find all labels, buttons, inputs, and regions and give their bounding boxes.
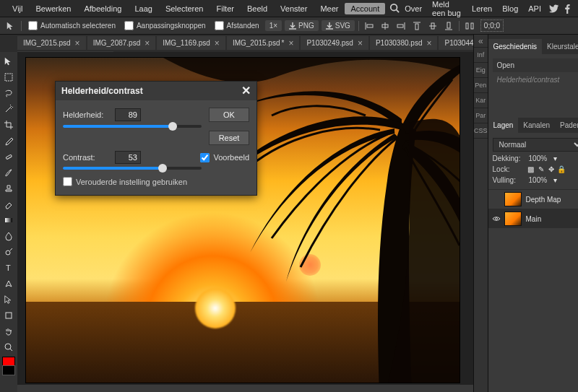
lock-pixels-icon[interactable]: ✎ bbox=[537, 165, 545, 173]
reset-button[interactable]: Reset bbox=[209, 131, 249, 145]
menu-view[interactable]: Beeld bbox=[241, 3, 274, 14]
path-select-tool[interactable] bbox=[1, 292, 17, 308]
close-icon[interactable]: × bbox=[75, 40, 80, 47]
link-bug[interactable]: Meld een bug bbox=[427, 0, 467, 19]
align-hcenter-icon[interactable] bbox=[379, 19, 392, 32]
contrast-slider[interactable] bbox=[63, 167, 202, 170]
close-icon[interactable]: × bbox=[288, 40, 293, 47]
collapse-toggle-icon[interactable]: « bbox=[474, 35, 488, 48]
legacy-checkbox[interactable]: Verouderde instelling gebruiken bbox=[63, 177, 249, 186]
gradient-tool[interactable] bbox=[1, 212, 17, 228]
spacing-field[interactable]: 0;0;0 bbox=[480, 19, 504, 32]
tab-2[interactable]: IMG_1169.psd× bbox=[157, 36, 225, 50]
tab-paths[interactable]: Paden bbox=[555, 118, 578, 133]
stamp-tool[interactable] bbox=[1, 180, 17, 196]
layer-thumbnail[interactable] bbox=[504, 192, 522, 206]
tab-layers[interactable]: Lagen bbox=[488, 118, 519, 133]
pixel-ratio-chip[interactable]: 1× bbox=[265, 20, 282, 31]
close-icon[interactable]: × bbox=[144, 40, 150, 47]
chevron-down-icon[interactable]: ▾ bbox=[551, 175, 559, 184]
layer-thumbnail[interactable] bbox=[504, 212, 522, 226]
visibility-toggle-icon[interactable] bbox=[491, 194, 501, 204]
tab-3[interactable]: IMG_2015.psd*× bbox=[227, 36, 300, 50]
align-vcenter-icon[interactable] bbox=[426, 19, 439, 32]
menu-more[interactable]: Meer bbox=[314, 3, 345, 14]
tab-history[interactable]: Geschiedenis bbox=[488, 39, 543, 54]
link-api[interactable]: API bbox=[523, 3, 546, 14]
brightness-slider[interactable] bbox=[63, 125, 202, 128]
tab-0[interactable]: IMG_2015.psd× bbox=[17, 36, 86, 50]
auto-select-checkbox[interactable]: Automatisch selecteren bbox=[28, 21, 116, 30]
lock-position-icon[interactable]: ✥ bbox=[547, 165, 556, 173]
eyedropper-tool[interactable] bbox=[1, 133, 17, 149]
lasso-tool[interactable] bbox=[1, 85, 17, 101]
blur-tool[interactable] bbox=[1, 228, 17, 244]
fill-value[interactable]: 100% bbox=[529, 176, 548, 184]
tab-1[interactable]: IMG_2087.psd× bbox=[87, 36, 156, 50]
menu-file[interactable]: Vijl bbox=[6, 3, 29, 14]
history-step[interactable]: Helderheid/contrast bbox=[493, 74, 578, 86]
align-top-icon[interactable] bbox=[410, 19, 423, 32]
chevron-down-icon[interactable]: ▾ bbox=[551, 154, 559, 162]
menu-select[interactable]: Selecteren bbox=[159, 3, 210, 14]
marquee-tool[interactable] bbox=[1, 69, 17, 85]
eraser-tool[interactable] bbox=[1, 196, 17, 212]
menu-layer[interactable]: Laag bbox=[128, 3, 158, 14]
twitter-icon[interactable] bbox=[549, 3, 559, 14]
background-color[interactable] bbox=[2, 365, 15, 375]
tab-4[interactable]: P1030249.psd× bbox=[301, 36, 368, 50]
heal-tool[interactable] bbox=[1, 149, 17, 165]
facebook-icon[interactable] bbox=[562, 3, 572, 14]
blend-mode-select[interactable]: Normaal bbox=[493, 138, 578, 152]
horizontal-scrollbar[interactable] bbox=[17, 384, 473, 392]
export-png-button[interactable]: PNG bbox=[285, 20, 319, 31]
ok-button[interactable]: OK bbox=[209, 108, 249, 122]
move-tool[interactable] bbox=[1, 53, 17, 69]
shape-tool[interactable] bbox=[1, 308, 17, 323]
link-blog[interactable]: Blog bbox=[497, 3, 523, 14]
contrast-value[interactable] bbox=[115, 151, 141, 164]
pen-tool[interactable] bbox=[1, 276, 17, 292]
dodge-tool[interactable] bbox=[1, 244, 17, 260]
brightness-contrast-dialog[interactable]: Helderheid/contrast ✕ Helderheid: OK bbox=[55, 81, 257, 196]
preview-checkbox[interactable]: Voorbeeld bbox=[200, 153, 249, 162]
color-swatches[interactable] bbox=[2, 357, 15, 375]
strip-properties[interactable]: Eig bbox=[474, 63, 488, 78]
close-icon[interactable]: × bbox=[426, 40, 431, 47]
close-icon[interactable]: ✕ bbox=[241, 87, 251, 95]
menu-window[interactable]: Venster bbox=[274, 3, 314, 14]
align-left-icon[interactable] bbox=[363, 19, 376, 32]
canvas[interactable]: Helderheid/contrast ✕ Helderheid: OK bbox=[26, 58, 460, 383]
strip-paragraph[interactable]: Par bbox=[474, 108, 488, 123]
link-learn[interactable]: Leren bbox=[467, 3, 497, 14]
link-about[interactable]: Over bbox=[400, 3, 427, 14]
layer-name[interactable]: Depth Map bbox=[526, 196, 561, 204]
lock-transparent-icon[interactable]: ▩ bbox=[527, 165, 535, 173]
layer-row[interactable]: Depth Map bbox=[488, 189, 578, 209]
tab-5[interactable]: P1030380.psd× bbox=[370, 36, 438, 50]
lock-all-icon[interactable]: 🔒 bbox=[557, 165, 566, 173]
menu-edit[interactable]: Bewerken bbox=[29, 3, 77, 14]
strip-css[interactable]: CSS bbox=[474, 123, 488, 139]
dialog-titlebar[interactable]: Helderheid/contrast ✕ bbox=[56, 82, 256, 100]
export-svg-button[interactable]: SVG bbox=[322, 20, 355, 31]
strip-character[interactable]: Kar bbox=[474, 93, 488, 108]
history-step[interactable]: Open bbox=[493, 58, 578, 72]
opacity-value[interactable]: 100% bbox=[529, 154, 548, 162]
strip-brush[interactable]: Pen bbox=[474, 78, 488, 93]
crop-tool[interactable] bbox=[1, 117, 17, 133]
tab-channels[interactable]: Kanalen bbox=[518, 118, 555, 133]
distribute-icon[interactable] bbox=[463, 19, 476, 32]
align-bottom-icon[interactable] bbox=[442, 19, 455, 32]
transform-controls-checkbox[interactable]: Aanpassingsknoppen bbox=[124, 21, 206, 30]
wand-tool[interactable] bbox=[1, 101, 17, 117]
zoom-tool[interactable] bbox=[1, 339, 17, 355]
tab-swatches[interactable]: Kleurstalen bbox=[542, 39, 578, 54]
align-right-icon[interactable] bbox=[394, 19, 407, 32]
strip-info[interactable]: Inf bbox=[474, 48, 488, 63]
hand-tool[interactable] bbox=[1, 323, 17, 339]
visibility-toggle-icon[interactable] bbox=[491, 214, 501, 224]
close-icon[interactable]: × bbox=[215, 40, 220, 47]
menu-image[interactable]: Afbeelding bbox=[77, 3, 128, 14]
brush-tool[interactable] bbox=[1, 165, 17, 180]
